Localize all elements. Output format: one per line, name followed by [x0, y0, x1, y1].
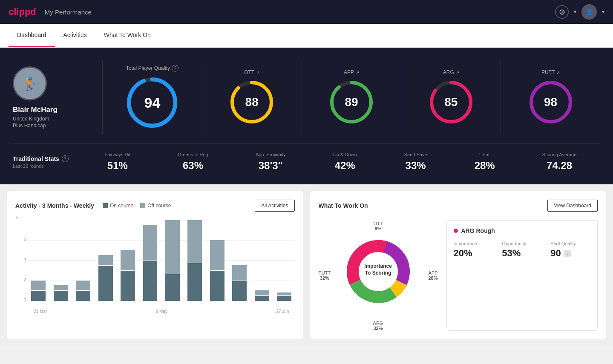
- donut-center-text: ImportanceTo Scoring: [364, 263, 392, 276]
- info-card-title: ARG Rough: [454, 227, 591, 234]
- bar-on-course: [76, 291, 90, 301]
- bar-group: [274, 220, 294, 301]
- avatar-dropdown-arrow[interactable]: ▾: [602, 9, 604, 15]
- all-activities-button[interactable]: All Activities: [255, 200, 294, 212]
- trad-label-subtitle: Last 20 rounds: [13, 163, 81, 169]
- bar-on-course: [31, 291, 46, 301]
- bar-group: [28, 220, 49, 301]
- profile-country: United Kingdom: [13, 116, 49, 122]
- profile-name: Blair McHarg: [13, 106, 58, 114]
- score-arg-label: ARG ↗: [443, 69, 459, 75]
- score-total-value: 94: [144, 95, 160, 111]
- bar-off-course: [121, 250, 135, 270]
- hero-section: 🏌️ Blair McHarg United Kingdom Plus Hand…: [0, 48, 613, 184]
- score-arg-value: 85: [444, 95, 458, 109]
- stat-greens-in-reg: Greens In Reg 63%: [178, 152, 208, 172]
- stat-scoring-average: Scoring Average 74.28: [542, 152, 577, 172]
- bottom-panels: Activity - 3 Months - Weekly On course O…: [0, 184, 613, 346]
- wtwo-header: What To Work On View Dashboard: [319, 200, 598, 212]
- score-app-value: 89: [345, 95, 358, 109]
- score-putt-circle: 98: [527, 79, 574, 126]
- metric-shot-quality-value: 90 ↓: [550, 248, 590, 259]
- stat-up-down: Up & Down 42%: [333, 152, 357, 172]
- score-ott-value: 88: [245, 95, 259, 109]
- activity-chart-panel: Activity - 3 Months - Weekly On course O…: [7, 191, 303, 339]
- score-arg: ARG ↗ 85: [401, 60, 501, 135]
- logo: clippd: [9, 6, 36, 17]
- info-card: ARG Rough Importance 20% Opportunity 53%…: [446, 220, 598, 331]
- header-actions: ⊕ ▾ 👤 ▾: [555, 4, 604, 20]
- bar-off-course: [31, 281, 46, 291]
- metric-importance: Importance 20%: [454, 241, 494, 259]
- bar-group: [50, 220, 71, 301]
- score-app-circle: 89: [328, 79, 375, 126]
- bar-on-course: [255, 296, 269, 301]
- score-total: Total Player Quality ? 94: [103, 60, 202, 135]
- donut-label-arg: ARG32%: [373, 321, 383, 331]
- metric-importance-value: 20%: [454, 248, 494, 259]
- chart-legend: On course Off course: [103, 203, 171, 209]
- legend-on-course-dot: [103, 203, 108, 208]
- bar-on-course: [98, 266, 113, 301]
- trad-label: Traditional Stats ? Last 20 rounds: [13, 155, 81, 169]
- bar-group: [118, 220, 138, 301]
- bar-off-course: [277, 292, 291, 295]
- x-label-may: 9 May: [156, 309, 167, 314]
- metric-opportunity: Opportunity 53%: [502, 241, 542, 259]
- bar-on-course: [277, 296, 291, 301]
- donut-label-putt: PUTT32%: [319, 270, 331, 281]
- view-dashboard-button[interactable]: View Dashboard: [547, 200, 598, 212]
- legend-off-course-dot: [140, 203, 145, 208]
- score-putt-label: PUTT ↗: [541, 69, 560, 75]
- metric-shot-quality: Shot Quality 90 ↓: [550, 241, 590, 259]
- stat-one-putt: 1 Putt 28%: [475, 152, 495, 172]
- trad-help-icon[interactable]: ?: [62, 155, 69, 162]
- wtwo-title: What To Work On: [319, 202, 368, 209]
- score-app-label: APP ↗: [344, 69, 359, 75]
- bar-off-course: [232, 265, 247, 281]
- bar-group: [162, 220, 183, 301]
- help-icon[interactable]: ?: [172, 65, 178, 72]
- scores-section: Total Player Quality ? 94 OTT ↗: [102, 60, 600, 135]
- bar-off-course: [54, 285, 68, 290]
- chart-header: Activity - 3 Months - Weekly On course O…: [15, 200, 295, 212]
- bar-group: [184, 220, 205, 301]
- add-dropdown-arrow[interactable]: ▾: [574, 9, 576, 15]
- score-arg-circle: 85: [428, 79, 475, 126]
- legend-on-course: On course: [103, 203, 133, 209]
- profile-section: 🏌️ Blair McHarg United Kingdom Plus Hand…: [13, 60, 102, 135]
- tab-activities[interactable]: Activities: [55, 24, 95, 47]
- tab-dashboard[interactable]: Dashboard: [9, 24, 55, 47]
- what-to-work-on-panel: What To Work On View Dashboard Impo: [310, 191, 607, 339]
- bar-group: [95, 220, 115, 301]
- bar-on-course: [210, 271, 224, 301]
- bar-on-course: [143, 261, 158, 301]
- stat-app-proximity: App. Proximity 38'3": [256, 152, 286, 172]
- score-app: APP ↗ 89: [302, 60, 402, 135]
- tab-what-to-work-on[interactable]: What To Work On: [95, 24, 159, 47]
- info-card-dot: [454, 229, 458, 233]
- stat-sand-save: Sand Save 33%: [404, 152, 427, 172]
- x-label-mar: 21 Mar: [34, 309, 47, 314]
- bar-group: [229, 220, 250, 301]
- score-putt: PUTT ↗ 98: [501, 60, 600, 135]
- avatar[interactable]: 👤: [581, 4, 597, 20]
- score-total-circle: 94: [124, 75, 180, 130]
- score-ott-circle: 88: [228, 79, 275, 126]
- bar-off-course: [98, 255, 113, 265]
- metric-badge: ↓: [564, 250, 571, 257]
- score-ott: OTT ↗ 88: [202, 60, 302, 135]
- bar-on-course: [187, 263, 202, 301]
- bar-off-course: [143, 225, 158, 260]
- bar-on-course: [121, 271, 135, 301]
- bar-group: [207, 220, 227, 301]
- bar-group: [73, 220, 93, 301]
- add-button[interactable]: ⊕: [555, 5, 569, 19]
- header-title: My Performance: [45, 9, 92, 16]
- metric-opportunity-value: 53%: [502, 248, 542, 259]
- bars-container: [28, 220, 295, 301]
- bar-off-course: [255, 290, 269, 295]
- donut-label-ott: OTT8%: [374, 221, 383, 231]
- donut-chart: ImportanceTo Scoring OTT8% APP28% ARG32%…: [319, 220, 438, 331]
- stat-fairways-hit: Fairways Hit 51%: [105, 152, 131, 172]
